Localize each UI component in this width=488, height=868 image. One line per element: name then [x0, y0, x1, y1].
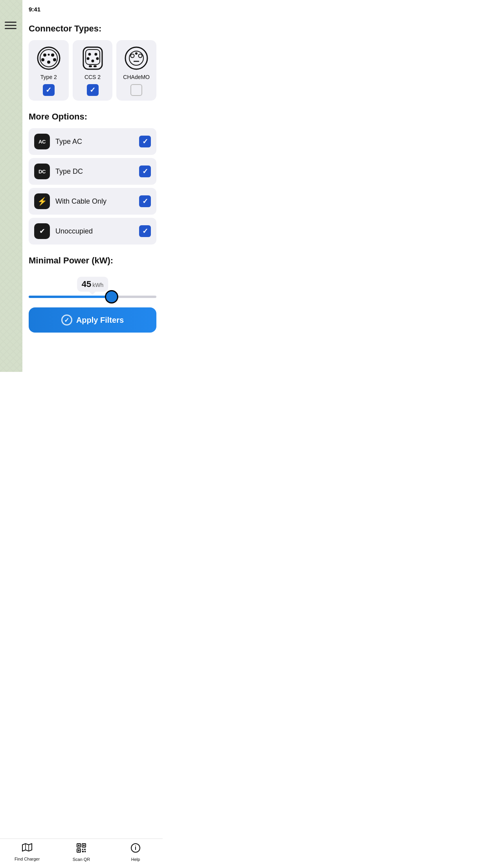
unoccupied-label: Unoccupied	[55, 227, 134, 235]
more-options-title: More Options:	[29, 112, 156, 122]
ac-checkbox[interactable]: ✓	[139, 136, 151, 147]
status-bar: 9:41	[22, 0, 163, 17]
svg-point-10	[88, 53, 91, 56]
svg-point-3	[51, 53, 54, 57]
main-panel: Connector Types:	[22, 17, 163, 372]
type2-icon	[36, 46, 61, 71]
ac-badge: AC	[34, 134, 50, 149]
connector-grid: Type 2 ✓	[29, 40, 156, 101]
ccs2-checkmark: ✓	[90, 86, 95, 94]
svg-point-4	[41, 58, 44, 61]
hamburger-button[interactable]	[5, 22, 17, 29]
power-title: Minimal Power (kW):	[29, 256, 156, 266]
dc-badge: DC	[34, 164, 50, 179]
type2-checkmark: ✓	[46, 86, 51, 94]
more-options-section: More Options: AC Type AC ✓ DC	[29, 112, 156, 245]
type2-checkbox[interactable]: ✓	[43, 84, 55, 96]
svg-point-0	[38, 47, 60, 69]
map-panel	[0, 0, 22, 372]
power-unit: kWh	[92, 282, 103, 288]
svg-point-7	[48, 54, 50, 56]
hamburger-line	[5, 28, 17, 29]
cable-label: With Cable Only	[55, 197, 134, 206]
hamburger-line	[5, 25, 17, 26]
svg-point-19	[131, 54, 134, 58]
dc-label: Type DC	[55, 167, 134, 176]
svg-point-17	[125, 47, 147, 69]
dc-badge-text: DC	[39, 169, 46, 175]
apply-check-circle-icon: ✓	[61, 314, 72, 326]
connector-card-chademo[interactable]: CHAdeMO	[116, 40, 156, 101]
ccs2-name: CCS 2	[84, 74, 101, 80]
apply-filters-label: Apply Filters	[76, 316, 124, 325]
ac-badge-text: AC	[39, 139, 46, 145]
option-row-ac[interactable]: AC Type AC ✓	[29, 128, 156, 155]
dc-checkbox[interactable]: ✓	[139, 166, 151, 177]
chademo-name: CHAdeMO	[123, 74, 150, 80]
connector-types-title: Connector Types:	[29, 24, 156, 34]
connector-types-section: Connector Types:	[29, 24, 156, 101]
chademo-checkbox[interactable]	[130, 84, 142, 96]
option-row-dc[interactable]: DC Type DC ✓	[29, 158, 156, 185]
options-list: AC Type AC ✓ DC Type DC ✓	[29, 128, 156, 245]
power-value: 45	[82, 279, 91, 289]
map-background	[0, 0, 22, 372]
cable-checkmark: ✓	[142, 198, 148, 205]
power-section: Minimal Power (kW): 45 kWh	[29, 256, 156, 298]
unoccupied-badge: ✔	[34, 223, 50, 239]
apply-checkmark-icon: ✓	[64, 316, 69, 324]
unoccupied-checkbox[interactable]: ✓	[139, 225, 151, 237]
svg-point-11	[94, 53, 97, 56]
ac-checkmark: ✓	[142, 138, 148, 145]
ac-label: Type AC	[55, 138, 134, 146]
slider-thumb[interactable]	[105, 290, 118, 303]
svg-point-12	[86, 57, 89, 60]
connector-card-ccs2[interactable]: CCS 2 ✓	[73, 40, 113, 101]
svg-point-1	[40, 50, 57, 67]
svg-point-14	[91, 60, 94, 63]
status-time: 9:41	[29, 6, 40, 13]
power-tooltip: 45 kWh	[77, 277, 108, 292]
ccs2-icon	[80, 46, 105, 71]
apply-filters-button[interactable]: ✓ Apply Filters	[29, 307, 156, 333]
svg-rect-15	[89, 65, 92, 67]
cable-badge: ⚡	[34, 193, 50, 209]
hamburger-line	[5, 22, 17, 23]
slider-container: 45 kWh	[29, 277, 156, 298]
chademo-icon	[124, 46, 149, 71]
svg-rect-16	[94, 65, 97, 67]
unoccupied-checkmark: ✓	[142, 228, 148, 235]
slider-fill	[29, 296, 112, 298]
svg-point-22	[135, 52, 138, 55]
dc-checkmark: ✓	[142, 168, 148, 175]
option-row-cable[interactable]: ⚡ With Cable Only ✓	[29, 188, 156, 215]
svg-point-13	[96, 57, 99, 60]
ccs2-checkbox[interactable]: ✓	[87, 84, 99, 96]
option-row-unoccupied[interactable]: ✔ Unoccupied ✓	[29, 218, 156, 245]
type2-name: Type 2	[40, 74, 57, 80]
svg-point-6	[47, 61, 50, 64]
check-circle-icon: ✔	[39, 227, 45, 235]
cable-checkbox[interactable]: ✓	[139, 195, 151, 207]
svg-point-20	[139, 54, 142, 58]
connector-card-type2[interactable]: Type 2 ✓	[29, 40, 69, 101]
svg-point-5	[53, 58, 56, 61]
plug-icon: ⚡	[37, 197, 47, 206]
svg-point-2	[43, 53, 46, 57]
screen: 9:41 Connector Types:	[0, 0, 163, 372]
slider-track	[29, 296, 156, 298]
